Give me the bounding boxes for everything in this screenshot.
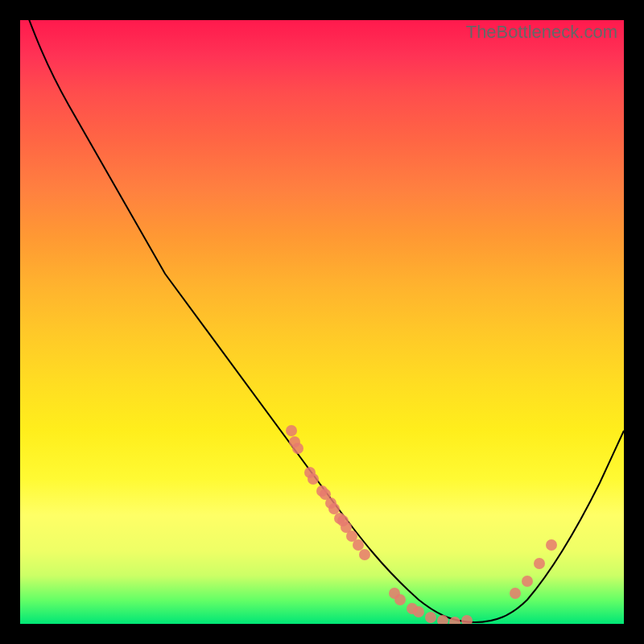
data-point	[461, 615, 473, 624]
data-point	[359, 549, 370, 560]
data-point	[394, 594, 406, 605]
bottleneck-curve	[20, 20, 624, 622]
data-point	[353, 539, 364, 551]
data-point	[308, 473, 319, 485]
data-point	[292, 443, 303, 454]
data-point	[425, 612, 436, 623]
watermark-text: TheBottleneck.com	[466, 22, 617, 43]
data-point	[510, 588, 521, 599]
data-point	[328, 503, 340, 514]
data-point	[286, 425, 297, 436]
data-point	[546, 539, 557, 551]
data-point	[534, 558, 545, 569]
scatter-points-group	[286, 425, 557, 624]
chart-container: TheBottleneck.com	[20, 20, 624, 624]
data-point	[413, 606, 424, 617]
chart-svg	[20, 20, 624, 624]
data-point	[522, 576, 533, 587]
